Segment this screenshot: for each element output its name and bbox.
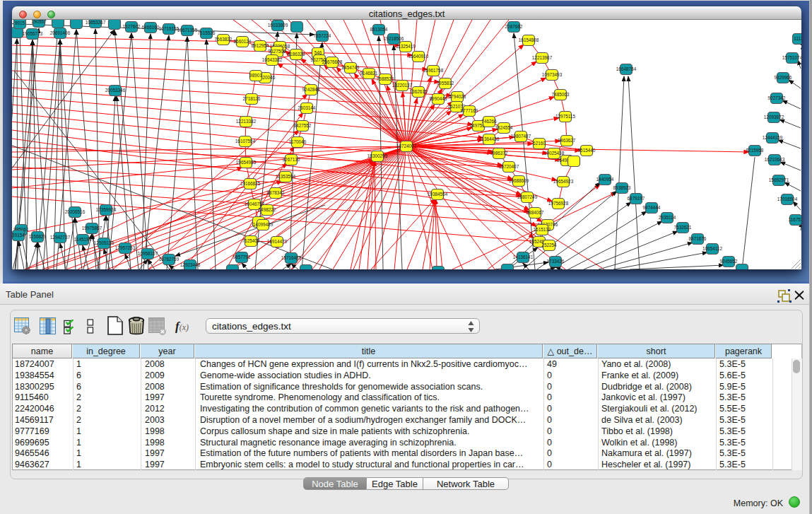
svg-text:10025438: 10025438 <box>544 151 565 156</box>
svg-text:9884067: 9884067 <box>526 210 544 215</box>
svg-text:15716485: 15716485 <box>281 255 302 260</box>
svg-text:12923448: 12923448 <box>180 262 201 267</box>
svg-text:1145194: 1145194 <box>74 237 92 242</box>
svg-text:9245652: 9245652 <box>720 259 738 264</box>
svg-text:9242848: 9242848 <box>302 87 320 92</box>
svg-text:14099489: 14099489 <box>253 222 273 227</box>
svg-text:9515440: 9515440 <box>578 148 596 153</box>
svg-text:6466160: 6466160 <box>142 25 160 30</box>
svg-text:17016504: 17016504 <box>777 197 798 201</box>
svg-text:16782759: 16782759 <box>159 257 180 262</box>
svg-text:7632621: 7632621 <box>674 225 692 230</box>
svg-text:18807249: 18807249 <box>517 194 538 199</box>
svg-text:9915: 9915 <box>15 21 25 25</box>
svg-text:21364436: 21364436 <box>479 136 500 141</box>
svg-text:16210643: 16210643 <box>765 157 785 162</box>
svg-text:1527602: 1527602 <box>123 24 141 29</box>
svg-text:3267130: 3267130 <box>283 157 300 162</box>
svg-text:10654112: 10654112 <box>702 246 722 251</box>
svg-text:8990443: 8990443 <box>430 96 447 101</box>
svg-text:16914479: 16914479 <box>267 239 288 244</box>
svg-text:8878342: 8878342 <box>267 190 285 195</box>
svg-text:7663822: 7663822 <box>215 37 233 42</box>
svg-text:10807487: 10807487 <box>511 134 531 139</box>
svg-text:19975867: 19975867 <box>82 226 102 230</box>
svg-text:9329966: 9329966 <box>775 75 792 80</box>
svg-text:16961758: 16961758 <box>423 68 444 73</box>
svg-text:39154: 39154 <box>12 233 25 238</box>
svg-text:15720407: 15720407 <box>499 164 519 169</box>
svg-text:9474444: 9474444 <box>643 205 661 210</box>
svg-text:7625402: 7625402 <box>242 238 260 243</box>
svg-text:8215958: 8215958 <box>746 148 764 153</box>
svg-text:9146821: 9146821 <box>360 71 378 76</box>
svg-text:2935114: 2935114 <box>659 215 676 220</box>
svg-text:190557: 190557 <box>31 20 47 24</box>
svg-text:12213967: 12213967 <box>532 55 553 60</box>
svg-text:7857224: 7857224 <box>314 33 331 38</box>
svg-text:2718126: 2718126 <box>243 96 261 101</box>
svg-text:7485063: 7485063 <box>552 92 570 97</box>
svg-text:1170046: 1170046 <box>289 139 307 144</box>
svg-text:15692971: 15692971 <box>769 177 789 182</box>
svg-text:9327506: 9327506 <box>269 49 286 54</box>
svg-text:20206516: 20206516 <box>65 209 86 214</box>
svg-text:7986372: 7986372 <box>490 151 508 156</box>
svg-text:23676608: 23676608 <box>322 59 343 64</box>
svg-text:9857791: 9857791 <box>233 255 251 259</box>
svg-text:16543382: 16543382 <box>262 57 283 62</box>
svg-text:19384554: 19384554 <box>428 192 448 197</box>
svg-text:16154808: 16154808 <box>519 37 539 42</box>
svg-text:9463627: 9463627 <box>558 138 576 143</box>
svg-text:12975115: 12975115 <box>555 114 575 119</box>
svg-text:7588520: 7588520 <box>377 76 394 81</box>
svg-text:10973493: 10973493 <box>542 72 563 77</box>
svg-text:10719155: 10719155 <box>159 26 180 31</box>
svg-text:19055713: 19055713 <box>23 31 43 36</box>
svg-text:8471676: 8471676 <box>689 236 707 241</box>
svg-text:19654985: 19654985 <box>236 160 257 165</box>
svg-text:12505135: 12505135 <box>94 240 114 245</box>
svg-text:15751074: 15751074 <box>782 55 801 60</box>
svg-text:17957253: 17957253 <box>115 245 136 250</box>
svg-text:10653267: 10653267 <box>86 20 106 25</box>
svg-text:2087682: 2087682 <box>505 24 523 29</box>
svg-text:19756928: 19756928 <box>548 201 569 206</box>
svg-text:11353594: 11353594 <box>276 174 295 179</box>
svg-text:1440954: 1440954 <box>596 177 614 182</box>
svg-text:2803144: 2803144 <box>298 105 316 110</box>
svg-text:252254: 252254 <box>541 243 557 247</box>
svg-text:7955812: 7955812 <box>437 81 454 86</box>
svg-text:18220137: 18220137 <box>392 83 413 88</box>
svg-text:11325419: 11325419 <box>396 44 416 49</box>
svg-text:8427552: 8427552 <box>294 123 312 128</box>
svg-text:14136141: 14136141 <box>513 255 534 259</box>
svg-text:1362615: 1362615 <box>410 89 428 94</box>
svg-text:116753: 116753 <box>789 217 801 222</box>
svg-text:9777169: 9777169 <box>461 108 478 113</box>
svg-text:8938923: 8938923 <box>613 185 631 190</box>
svg-text:16107554: 16107554 <box>235 139 256 144</box>
svg-text:6794028: 6794028 <box>449 94 466 99</box>
svg-text:19218506: 19218506 <box>384 36 404 41</box>
svg-text:18724007: 18724007 <box>396 144 417 148</box>
svg-text:16648784: 16648784 <box>616 66 637 71</box>
svg-text:1615132: 1615132 <box>534 227 551 232</box>
svg-text:6879197: 6879197 <box>628 196 645 201</box>
svg-text:16640910: 16640910 <box>408 54 429 59</box>
svg-text:62160: 62160 <box>533 141 546 146</box>
svg-text:1112: 1112 <box>794 36 801 41</box>
svg-text:1824554: 1824554 <box>495 125 513 130</box>
svg-text:18300295: 18300295 <box>367 153 388 158</box>
svg-text:5498222: 5498222 <box>259 207 276 212</box>
svg-text:8813054: 8813054 <box>370 27 388 32</box>
svg-text:17359924: 17359924 <box>96 207 117 212</box>
svg-text:16033809: 16033809 <box>268 23 288 28</box>
svg-text:746266: 746266 <box>481 119 497 124</box>
svg-text:12213382: 12213382 <box>236 119 257 124</box>
svg-text:9227342: 9227342 <box>768 95 786 100</box>
svg-text:10688609: 10688609 <box>509 178 529 183</box>
svg-text:12942737: 12942737 <box>50 235 71 240</box>
svg-text:10671355: 10671355 <box>177 28 198 33</box>
svg-text:19654923: 19654923 <box>553 179 574 184</box>
